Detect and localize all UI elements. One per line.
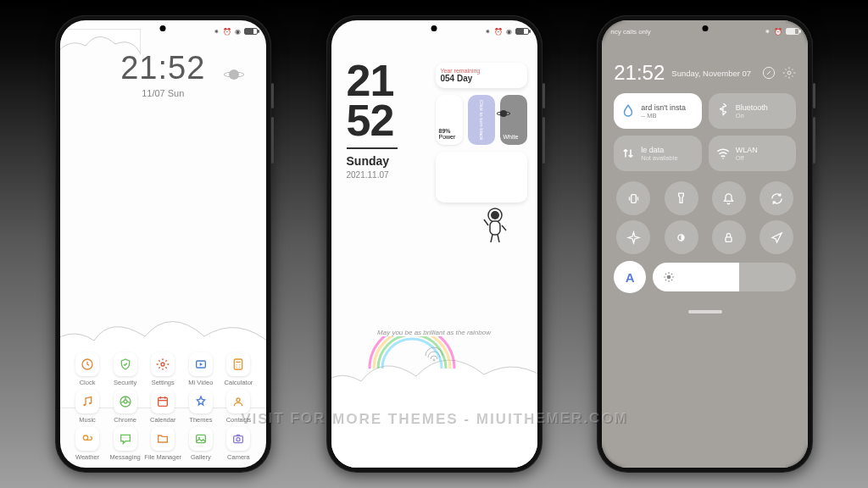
- svg-line-30: [484, 219, 488, 225]
- phone-control-center: ncy calls only ⁕⏰ 21:52 Sunday, November…: [597, 15, 813, 473]
- planet-icon: [497, 108, 510, 119]
- brightness-slider[interactable]: [653, 263, 796, 291]
- svg-point-11: [83, 404, 86, 407]
- toggle-row-1: [614, 181, 796, 215]
- app-messaging[interactable]: Messaging: [106, 427, 144, 461]
- lock-date: 2021.11.07: [347, 170, 398, 180]
- svg-point-0: [229, 69, 239, 80]
- svg-point-24: [236, 438, 240, 441]
- svg-rect-42: [726, 236, 732, 241]
- app-file-manager[interactable]: File Manager: [144, 427, 182, 461]
- toggle-brightness-mode[interactable]: [665, 220, 698, 254]
- alarm-icon: ⏰: [223, 28, 231, 36]
- svg-point-43: [667, 275, 671, 280]
- svg-point-14: [124, 400, 127, 403]
- app-music[interactable]: Music: [69, 390, 107, 424]
- panel-date: Sunday, November 07: [671, 69, 755, 78]
- drag-handle[interactable]: [688, 310, 722, 313]
- signal-icon: ◉: [235, 28, 241, 36]
- svg-point-9: [236, 367, 237, 368]
- rainbow-icon: [365, 336, 459, 370]
- svg-point-36: [787, 71, 791, 75]
- phone-homescreen: ⁕ ⏰ ◉ 21:52 11/07 Sun ClockSecuritySetti…: [55, 15, 271, 473]
- quick-tiles: ard isn't insta-- MBBluetoothOnle dataNo…: [614, 93, 796, 171]
- svg-point-12: [89, 402, 92, 405]
- app-calendar[interactable]: Calendar: [144, 390, 182, 424]
- sun-icon: [663, 271, 675, 283]
- tile-wifi[interactable]: WLANOff: [709, 136, 797, 171]
- app-weather[interactable]: Weather: [69, 427, 107, 461]
- svg-point-37: [722, 158, 724, 159]
- svg-rect-21: [197, 435, 206, 442]
- tile-data[interactable]: le dataNot available: [614, 136, 702, 171]
- svg-point-19: [236, 398, 240, 402]
- svg-point-7: [236, 364, 237, 365]
- app-clock[interactable]: Clock: [69, 352, 107, 386]
- app-gallery[interactable]: Gallery: [182, 427, 220, 461]
- svg-line-32: [491, 235, 492, 242]
- app-contacts[interactable]: Contacts: [220, 390, 258, 424]
- svg-rect-29: [490, 221, 500, 235]
- toggle-flashlight[interactable]: [665, 181, 698, 215]
- toggle-vibrate[interactable]: [616, 181, 650, 215]
- app-mi-video[interactable]: Mi Video: [182, 352, 220, 386]
- svg-point-20: [83, 435, 87, 440]
- app-security[interactable]: Security: [106, 352, 144, 386]
- lock-minute: 52: [347, 101, 398, 141]
- svg-line-50: [665, 280, 666, 280]
- lock-widgets: Year remaining 054 Day 89% Power Click t…: [436, 63, 527, 202]
- white-card[interactable]: White: [500, 95, 527, 145]
- svg-point-8: [240, 364, 241, 365]
- tile-bluetooth[interactable]: BluetoothOn: [709, 93, 797, 129]
- planet-icon: [223, 67, 245, 82]
- app-grid: ClockSecuritySettingsMi VideoCalculatorM…: [60, 352, 266, 461]
- svg-point-3: [161, 363, 164, 366]
- tile-drop[interactable]: ard isn't insta-- MB: [614, 93, 702, 129]
- power-card[interactable]: 89% Power: [436, 95, 463, 145]
- lock-day: Sunday: [347, 154, 398, 168]
- astronaut-card[interactable]: [436, 152, 527, 202]
- toggle-lock[interactable]: [712, 220, 746, 254]
- auto-brightness-toggle[interactable]: A: [614, 261, 646, 293]
- svg-rect-23: [234, 436, 243, 443]
- clock-date: 11/07 Sun: [60, 88, 266, 98]
- lock-clock: 21 52 Sunday 2021.11.07: [347, 61, 398, 180]
- battery-icon: [244, 28, 258, 35]
- svg-point-10: [240, 367, 241, 368]
- toggle-location[interactable]: [760, 220, 793, 254]
- settings-icon[interactable]: [782, 66, 796, 80]
- carrier-text: ncy calls only: [610, 28, 651, 36]
- svg-line-33: [498, 235, 499, 242]
- svg-rect-38: [632, 194, 637, 202]
- app-camera[interactable]: Camera: [220, 427, 258, 461]
- astronaut-icon: [482, 207, 508, 245]
- app-themes[interactable]: Themes: [182, 390, 220, 424]
- toggle-airplane[interactable]: [616, 220, 650, 254]
- svg-line-51: [671, 274, 672, 274]
- countdown-card[interactable]: Year remaining 054 Day: [436, 63, 527, 88]
- phone-lockscreen: ⁕⏰◉ 21 52 Sunday 2021.11.07 Year remaini…: [326, 15, 542, 473]
- svg-line-31: [502, 225, 506, 230]
- lock-hour: 21: [347, 61, 398, 101]
- toggle-sync[interactable]: [760, 181, 793, 215]
- edit-icon[interactable]: [762, 66, 776, 80]
- panel-header: 21:52 Sunday, November 07: [614, 61, 796, 85]
- app-chrome[interactable]: Chrome: [106, 390, 144, 424]
- bluetooth-icon: ⁕: [214, 28, 220, 36]
- toggle-bell[interactable]: [712, 181, 746, 215]
- app-settings[interactable]: Settings: [144, 352, 182, 386]
- app-calculator[interactable]: Calculator: [220, 352, 258, 386]
- svg-line-48: [665, 274, 666, 274]
- svg-line-49: [671, 280, 672, 280]
- svg-point-25: [500, 110, 507, 117]
- brightness-row: A: [614, 261, 796, 293]
- panel-time: 21:52: [614, 61, 665, 85]
- svg-rect-15: [159, 397, 168, 406]
- toggle-row-2: [614, 220, 796, 254]
- svg-point-28: [491, 211, 499, 219]
- theme-toggle-card[interactable]: Click to turn black: [468, 95, 495, 145]
- svg-rect-5: [235, 359, 242, 369]
